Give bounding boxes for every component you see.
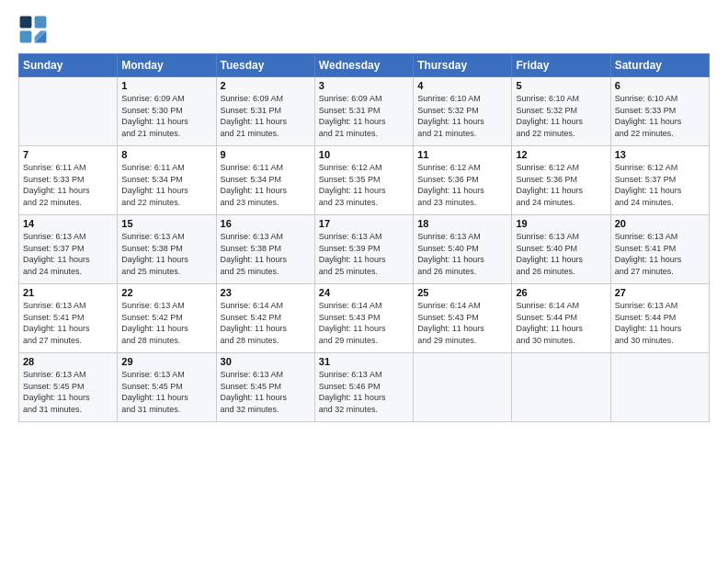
day-number: 12 [516,149,606,160]
calendar-cell: 17Sunrise: 6:13 AM Sunset: 5:39 PM Dayli… [314,215,413,284]
calendar-cell: 29Sunrise: 6:13 AM Sunset: 5:45 PM Dayli… [118,353,216,422]
day-info: Sunrise: 6:10 AM Sunset: 5:32 PM Dayligh… [516,93,606,139]
calendar-cell [414,353,512,422]
day-number: 11 [417,149,507,160]
day-number: 4 [417,80,507,91]
calendar-cell: 11Sunrise: 6:12 AM Sunset: 5:36 PM Dayli… [414,146,512,215]
day-info: Sunrise: 6:12 AM Sunset: 5:35 PM Dayligh… [319,162,409,208]
day-number: 17 [319,218,409,229]
week-row-3: 14Sunrise: 6:13 AM Sunset: 5:37 PM Dayli… [19,215,710,284]
day-info: Sunrise: 6:12 AM Sunset: 5:37 PM Dayligh… [615,162,705,208]
weekday-header-thursday: Thursday [414,54,512,77]
day-info: Sunrise: 6:13 AM Sunset: 5:40 PM Dayligh… [417,231,507,277]
weekday-header-sunday: Sunday [19,54,118,77]
svg-rect-0 [20,17,32,29]
day-number: 21 [23,287,113,298]
calendar-cell: 12Sunrise: 6:12 AM Sunset: 5:36 PM Dayli… [512,146,610,215]
calendar-cell: 27Sunrise: 6:13 AM Sunset: 5:44 PM Dayli… [610,284,709,353]
day-number: 13 [615,149,705,160]
day-info: Sunrise: 6:14 AM Sunset: 5:43 PM Dayligh… [319,300,409,346]
calendar-cell: 21Sunrise: 6:13 AM Sunset: 5:41 PM Dayli… [19,284,118,353]
day-number: 22 [121,287,211,298]
day-info: Sunrise: 6:11 AM Sunset: 5:33 PM Dayligh… [23,162,113,208]
day-info: Sunrise: 6:13 AM Sunset: 5:40 PM Dayligh… [516,231,606,277]
day-number: 26 [516,287,606,298]
calendar-cell: 14Sunrise: 6:13 AM Sunset: 5:37 PM Dayli… [19,215,118,284]
week-row-2: 7Sunrise: 6:11 AM Sunset: 5:33 PM Daylig… [19,146,710,215]
calendar-cell: 26Sunrise: 6:14 AM Sunset: 5:44 PM Dayli… [512,284,610,353]
calendar-cell: 15Sunrise: 6:13 AM Sunset: 5:38 PM Dayli… [118,215,216,284]
day-number: 10 [319,149,409,160]
calendar-cell: 8Sunrise: 6:11 AM Sunset: 5:34 PM Daylig… [118,146,216,215]
day-info: Sunrise: 6:12 AM Sunset: 5:36 PM Dayligh… [516,162,606,208]
header [18,15,710,44]
day-info: Sunrise: 6:13 AM Sunset: 5:41 PM Dayligh… [615,231,705,277]
day-info: Sunrise: 6:13 AM Sunset: 5:41 PM Dayligh… [23,300,113,346]
day-info: Sunrise: 6:13 AM Sunset: 5:45 PM Dayligh… [221,369,311,415]
day-number: 28 [23,356,113,367]
calendar-cell [512,353,610,422]
weekday-header-saturday: Saturday [610,54,709,77]
day-number: 15 [121,218,211,229]
day-info: Sunrise: 6:09 AM Sunset: 5:31 PM Dayligh… [221,93,311,139]
day-number: 18 [417,218,507,229]
calendar-table: SundayMondayTuesdayWednesdayThursdayFrid… [18,53,710,422]
calendar-cell: 22Sunrise: 6:13 AM Sunset: 5:42 PM Dayli… [118,284,216,353]
day-info: Sunrise: 6:14 AM Sunset: 5:42 PM Dayligh… [221,300,311,346]
day-number: 27 [615,287,705,298]
day-number: 6 [615,80,705,91]
day-number: 24 [319,287,409,298]
calendar-cell: 2Sunrise: 6:09 AM Sunset: 5:31 PM Daylig… [216,77,314,146]
calendar-cell [610,353,709,422]
calendar-cell: 5Sunrise: 6:10 AM Sunset: 5:32 PM Daylig… [512,77,610,146]
day-info: Sunrise: 6:13 AM Sunset: 5:46 PM Dayligh… [319,369,409,415]
calendar-cell: 24Sunrise: 6:14 AM Sunset: 5:43 PM Dayli… [314,284,413,353]
day-info: Sunrise: 6:09 AM Sunset: 5:30 PM Dayligh… [121,93,211,139]
calendar-cell: 28Sunrise: 6:13 AM Sunset: 5:45 PM Dayli… [19,353,118,422]
day-info: Sunrise: 6:10 AM Sunset: 5:32 PM Dayligh… [417,93,507,139]
day-info: Sunrise: 6:14 AM Sunset: 5:43 PM Dayligh… [417,300,507,346]
calendar-cell: 3Sunrise: 6:09 AM Sunset: 5:31 PM Daylig… [314,77,413,146]
day-number: 5 [516,80,606,91]
day-info: Sunrise: 6:13 AM Sunset: 5:44 PM Dayligh… [615,300,705,346]
day-info: Sunrise: 6:12 AM Sunset: 5:36 PM Dayligh… [417,162,507,208]
day-info: Sunrise: 6:09 AM Sunset: 5:31 PM Dayligh… [319,93,409,139]
logo-icon [18,15,48,44]
day-number: 9 [221,149,311,160]
day-info: Sunrise: 6:14 AM Sunset: 5:44 PM Dayligh… [516,300,606,346]
calendar-cell: 13Sunrise: 6:12 AM Sunset: 5:37 PM Dayli… [610,146,709,215]
calendar-cell: 1Sunrise: 6:09 AM Sunset: 5:30 PM Daylig… [118,77,216,146]
day-info: Sunrise: 6:13 AM Sunset: 5:45 PM Dayligh… [23,369,113,415]
calendar-cell: 4Sunrise: 6:10 AM Sunset: 5:32 PM Daylig… [414,77,512,146]
day-info: Sunrise: 6:11 AM Sunset: 5:34 PM Dayligh… [221,162,311,208]
weekday-header-monday: Monday [118,54,216,77]
day-number: 20 [615,218,705,229]
day-info: Sunrise: 6:13 AM Sunset: 5:38 PM Dayligh… [121,231,211,277]
calendar-cell: 9Sunrise: 6:11 AM Sunset: 5:34 PM Daylig… [216,146,314,215]
day-info: Sunrise: 6:13 AM Sunset: 5:37 PM Dayligh… [23,231,113,277]
calendar-cell: 18Sunrise: 6:13 AM Sunset: 5:40 PM Dayli… [414,215,512,284]
day-info: Sunrise: 6:13 AM Sunset: 5:39 PM Dayligh… [319,231,409,277]
calendar-cell: 31Sunrise: 6:13 AM Sunset: 5:46 PM Dayli… [314,353,413,422]
calendar-cell: 19Sunrise: 6:13 AM Sunset: 5:40 PM Dayli… [512,215,610,284]
week-row-5: 28Sunrise: 6:13 AM Sunset: 5:45 PM Dayli… [19,353,710,422]
day-number: 25 [417,287,507,298]
day-number: 19 [516,218,606,229]
day-number: 8 [121,149,211,160]
day-number: 3 [319,80,409,91]
day-number: 31 [319,356,409,367]
day-info: Sunrise: 6:11 AM Sunset: 5:34 PM Dayligh… [121,162,211,208]
day-number: 1 [121,80,211,91]
calendar-cell: 6Sunrise: 6:10 AM Sunset: 5:33 PM Daylig… [610,77,709,146]
calendar-cell: 30Sunrise: 6:13 AM Sunset: 5:45 PM Dayli… [216,353,314,422]
calendar-cell: 10Sunrise: 6:12 AM Sunset: 5:35 PM Dayli… [314,146,413,215]
weekday-header-row: SundayMondayTuesdayWednesdayThursdayFrid… [19,54,710,77]
day-info: Sunrise: 6:13 AM Sunset: 5:45 PM Dayligh… [121,369,211,415]
day-number: 23 [221,287,311,298]
svg-rect-2 [20,31,32,43]
day-number: 29 [121,356,211,367]
calendar-cell [19,77,118,146]
day-number: 2 [221,80,311,91]
day-number: 14 [23,218,113,229]
weekday-header-wednesday: Wednesday [314,54,413,77]
